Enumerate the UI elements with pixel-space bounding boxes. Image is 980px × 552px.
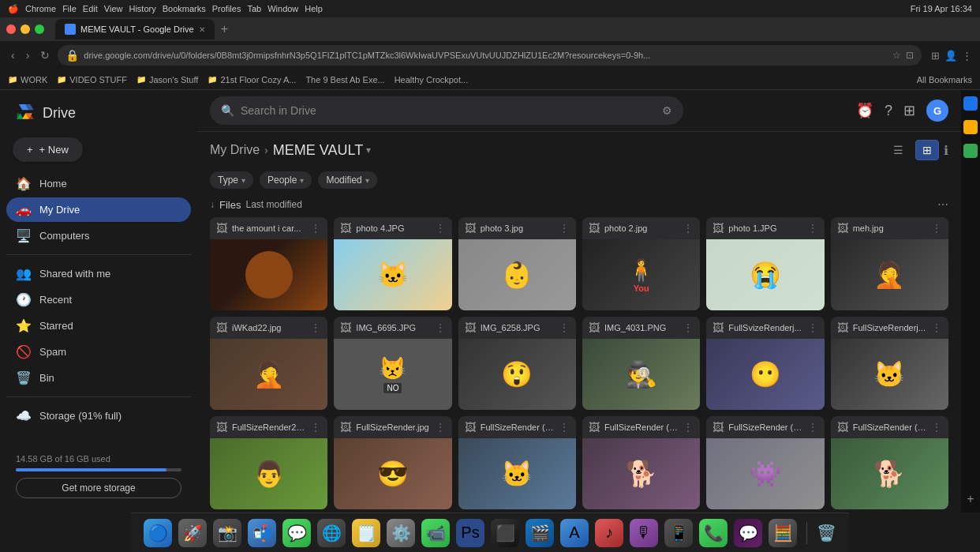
dock-notes[interactable]: 🗒️ [352,519,380,547]
dock-launchpad[interactable]: 🚀 [178,519,207,547]
file-card-10[interactable]: 🖼 FullSvizeRenderj... ⋮ 😶 [706,317,824,410]
filter-modified[interactable]: Modified ▾ [318,171,376,189]
sidebar-item-computers[interactable]: 🖥️ Computers [6,223,191,248]
bookmark-video[interactable]: 📁 VIDEO STUFF [57,75,127,84]
sidebar-item-home[interactable]: 🏠 Home [6,171,191,196]
avatar[interactable]: G [926,100,948,122]
menu-profiles[interactable]: Profiles [212,4,241,13]
file-more-4[interactable]: ⋮ [807,222,818,235]
file-more-17[interactable]: ⋮ [931,421,942,434]
menu-help[interactable]: Help [305,4,323,13]
file-more-15[interactable]: ⋮ [683,421,694,434]
help-icon[interactable]: ? [885,103,892,119]
pip-icon[interactable]: ⊡ [906,50,914,61]
menu-file[interactable]: File [62,4,77,13]
breadcrumb-parent[interactable]: My Drive [210,143,260,157]
address-bar[interactable]: 🔒 drive.google.com/drive/u/0/folders/0B8… [58,45,922,66]
dock-facetime[interactable]: 📹 [421,519,450,547]
info-icon[interactable]: ℹ [944,143,948,158]
dock-photoshop[interactable]: Ps [456,519,484,547]
dock-photos[interactable]: 📸 [213,519,241,547]
dock-itunes[interactable]: ♪ [595,519,623,547]
file-more-14[interactable]: ⋮ [559,421,570,434]
apple-icon[interactable]: 🍎 [8,4,19,14]
file-card-14[interactable]: 🖼 FullSizeRender (4... ⋮ 🐱 [458,416,576,509]
profile-icon[interactable]: 👤 [944,50,957,62]
file-more-9[interactable]: ⋮ [683,321,694,334]
file-more-7[interactable]: ⋮ [435,321,446,334]
more-menu-icon[interactable]: ⋮ [962,50,972,62]
file-more-13[interactable]: ⋮ [435,421,446,434]
apps-icon[interactable]: ⊞ [903,102,915,119]
breadcrumb-dropdown-icon[interactable]: ▾ [366,145,371,156]
close-btn[interactable] [6,24,16,34]
all-bookmarks[interactable]: All Bookmarks [917,75,972,84]
notifications-icon[interactable]: ⏰ [856,102,873,119]
bookmark-21stfloor[interactable]: 📁 21st Floor Cozy A... [208,75,296,84]
dock-imovie[interactable]: 🎬 [526,519,554,547]
sidebar-item-mydrive[interactable]: 🚗 My Drive [6,197,191,222]
file-card-5[interactable]: 🖼 meh.jpg ⋮ 🤦 [831,217,948,310]
menu-view[interactable]: View [104,4,123,13]
active-tab[interactable]: MEME VAULT - Google Drive ✕ [55,19,215,39]
bookmark-jason[interactable]: 📁 Jason's Stuff [137,75,198,84]
search-filter-icon[interactable]: ⚙ [662,104,672,117]
file-card-13[interactable]: 🖼 FullSizeRender.jpg ⋮ 😎 [334,416,451,509]
file-card-16[interactable]: 🖼 FullSizeRender (2... ⋮ 👾 [706,416,824,509]
dock-appstore[interactable]: A [560,519,589,547]
sidebar-item-shared[interactable]: 👥 Shared with me [6,261,191,286]
file-card-12[interactable]: 🖼 FullSizeRender2.j... ⋮ 👨 [210,416,327,509]
sidebar-item-bin[interactable]: 🗑️ Bin [6,366,191,390]
right-panel-chat[interactable] [963,120,978,134]
grid-view-button[interactable]: ⊞ [915,140,939,160]
get-more-storage-button[interactable]: Get more storage [16,478,181,498]
dock-settings[interactable]: ⚙️ [387,519,415,547]
file-card-3[interactable]: 🖼 photo 2.jpg ⋮ 🧍 You [582,217,700,310]
fullscreen-btn[interactable] [35,24,44,34]
dock-chrome[interactable]: 🌐 [317,519,346,547]
dock-messages[interactable]: 💬 [282,519,311,547]
dock-mail[interactable]: 📬 [248,519,276,547]
file-more-16[interactable]: ⋮ [807,421,818,434]
menu-window[interactable]: Window [267,4,298,13]
file-more-2[interactable]: ⋮ [559,222,570,235]
sidebar-item-spam[interactable]: 🚫 Spam [6,340,191,364]
breadcrumb-current-label[interactable]: MEME VAULT [273,142,363,159]
dock-calculator[interactable]: 🧮 [769,519,797,547]
file-more-0[interactable]: ⋮ [310,222,321,235]
file-more-12[interactable]: ⋮ [310,421,321,434]
filter-type[interactable]: Type ▾ [210,171,253,189]
sidebar-item-recent[interactable]: 🕐 Recent [6,287,191,312]
files-more-icon[interactable]: ⋯ [937,198,948,211]
new-button[interactable]: + + New [13,137,83,162]
file-card-2[interactable]: 🖼 photo 3.jpg ⋮ 👶 [458,217,576,310]
window-controls[interactable] [6,24,44,34]
file-card-0[interactable]: 🖼 the amount i car... ⋮ [210,217,327,310]
back-button[interactable]: ‹ [8,47,18,63]
file-card-9[interactable]: 🖼 IMG_4031.PNG ⋮ 🕵️ [582,317,700,410]
extensions-icon[interactable]: ⊞ [931,50,940,62]
reload-button[interactable]: ↻ [37,47,53,63]
bookmark-crockpot[interactable]: Healthy Crockpot... [395,75,469,84]
dock-slack[interactable]: 💬 [734,519,762,547]
file-more-6[interactable]: ⋮ [310,321,321,334]
search-bar[interactable]: 🔍 Search in Drive ⚙ [210,96,683,125]
file-more-10[interactable]: ⋮ [807,321,818,334]
bookmark-abexe[interactable]: The 9 Best Ab Exe... [305,75,384,84]
dock-facetime2[interactable]: 📞 [699,519,728,547]
file-more-3[interactable]: ⋮ [683,222,694,235]
file-more-1[interactable]: ⋮ [435,222,446,235]
file-card-7[interactable]: 🖼 IMG_6695.JPG ⋮ 😾 NO [334,317,451,410]
sort-down-icon[interactable]: ↓ [210,199,215,210]
menu-history[interactable]: History [129,4,155,13]
dock-finder[interactable]: 🔵 [144,519,172,547]
file-card-8[interactable]: 🖼 IMG_6258.JPG ⋮ 😲 [458,317,576,410]
filter-people[interactable]: People ▾ [260,171,312,189]
menu-tab[interactable]: Tab [247,4,261,13]
bookmark-work[interactable]: 📁 WORK [8,75,47,84]
right-panel-meet[interactable] [963,96,978,111]
new-tab-button[interactable]: + [221,22,228,36]
menu-edit[interactable]: Edit [83,4,98,13]
file-more-5[interactable]: ⋮ [931,222,942,235]
menu-chrome[interactable]: Chrome [25,4,56,13]
